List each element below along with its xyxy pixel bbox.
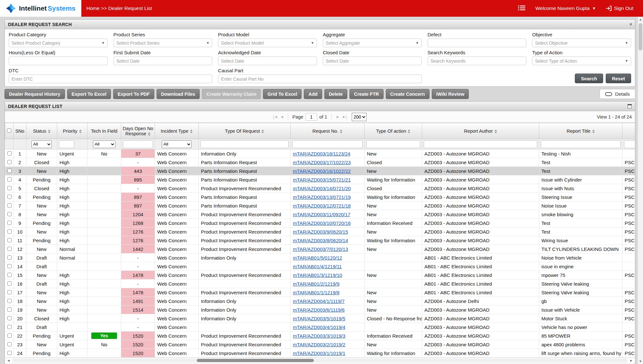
select-all-checkbox[interactable] <box>7 129 11 133</box>
table-row[interactable]: 19NewHigh1514Web ConcernInformation Only… <box>5 306 635 314</box>
col-header-request-no[interactable]: Request No. <box>291 123 365 139</box>
first-page-button[interactable]: |◄ <box>273 114 277 119</box>
logo[interactable]: IntellinetSystems <box>0 0 81 17</box>
table-row[interactable]: 21Draft-Web ConcernmTAR/AZD003/4/1019/4A… <box>5 323 635 332</box>
toolbar-button-export-to-pdf[interactable]: Export To PDF <box>113 89 154 99</box>
row-select-checkbox[interactable] <box>7 273 12 277</box>
row-select-cell[interactable] <box>5 236 14 245</box>
table-row[interactable]: 7NewHigh897Web ConcernParts Information … <box>5 201 635 210</box>
table-row[interactable]: 13DraftNormal-Web ConcernInformation Onl… <box>5 253 635 262</box>
vertical-scrollbar[interactable]: ▲ ▼ <box>638 17 643 364</box>
toolbar-button-grid-to-excel[interactable]: Grid To Excel <box>263 89 302 99</box>
request-no-link[interactable]: mTAR/AZD003/8/0620/14 <box>293 238 348 243</box>
col-header-sno[interactable]: SNo <box>14 123 26 139</box>
incident-filter-select[interactable]: All <box>162 140 192 148</box>
author-filter-input[interactable] <box>424 140 537 148</box>
closed-date-input[interactable] <box>323 57 422 65</box>
request-no-link[interactable]: mTAR/AZD003/7/0120/13 <box>293 246 348 252</box>
row-select-checkbox[interactable] <box>7 160 12 164</box>
scroll-left-icon[interactable]: ◄ <box>7 359 10 362</box>
row-select-checkbox[interactable] <box>7 290 12 294</box>
row-select-cell[interactable] <box>5 149 14 158</box>
request-no-link[interactable]: mTAR/AZD003/1/1019/1 <box>293 351 345 356</box>
request-no-link[interactable]: mTAR/AZD004/1/1119/7 <box>293 298 345 304</box>
horizontal-scrollbar[interactable]: ◄ ► <box>5 358 635 363</box>
row-select-checkbox[interactable] <box>7 325 12 329</box>
row-select-cell[interactable] <box>5 332 14 340</box>
table-row[interactable]: 15NewHigh1478Web ConcernProduct Improvem… <box>5 271 635 280</box>
aggregate-select[interactable]: Select Aggregate▼ <box>323 39 422 47</box>
row-select-checkbox[interactable] <box>7 307 12 312</box>
priority-filter-input[interactable] <box>59 140 74 148</box>
table-row[interactable]: 11PendingHigh1276Web ConcernProduct Impr… <box>5 236 635 245</box>
row-select-cell[interactable] <box>5 297 14 306</box>
request-no-link[interactable]: mTAR/AZD003/4/1019/4 <box>293 324 345 330</box>
row-select-checkbox[interactable] <box>7 333 12 338</box>
row-select-checkbox[interactable] <box>7 177 12 182</box>
row-select-cell[interactable] <box>5 349 14 358</box>
next-page-button[interactable]: ► <box>336 114 340 119</box>
row-select-checkbox[interactable] <box>7 264 12 268</box>
scroll-down-icon[interactable]: ▼ <box>638 359 643 364</box>
table-row[interactable]: 12NewNormal1442Web ConcernProduct Improv… <box>5 245 635 253</box>
row-select-checkbox[interactable] <box>7 351 12 355</box>
row-select-cell[interactable] <box>5 219 14 227</box>
row-select-checkbox[interactable] <box>7 316 12 320</box>
col-header-priority[interactable]: Priority <box>57 123 87 139</box>
row-select-checkbox[interactable] <box>7 195 12 199</box>
row-select-checkbox[interactable] <box>7 203 12 208</box>
table-row[interactable]: 2ClosedHigh-Web ConcernParts Information… <box>5 158 635 167</box>
table-row[interactable]: 16DraftHigh-Web ConcernmTAR/AB01/2/1219/… <box>5 280 635 288</box>
col-header-type-of-request[interactable]: Type Of Request <box>199 123 291 139</box>
search-button[interactable]: Search <box>575 74 603 83</box>
col-header-days-open[interactable]: Days Open No Response <box>121 123 155 139</box>
row-select-cell[interactable] <box>5 158 14 167</box>
table-row[interactable]: 22PendingUrgentYes1520Web ConcernProduct… <box>5 332 635 340</box>
collapse-panel-icon[interactable]: » <box>628 23 633 26</box>
row-select-cell[interactable] <box>5 271 14 280</box>
causal-part-input[interactable] <box>218 75 421 83</box>
request-no-link[interactable]: mTAR/AZD003/18/1123/24 <box>293 151 350 156</box>
table-row[interactable]: 20ClosedHigh-Web ConcernInformation Only… <box>5 314 635 323</box>
row-select-cell[interactable] <box>5 280 14 288</box>
col-header-incident-type[interactable]: Incident Type <box>155 123 199 139</box>
first-submit-date-input[interactable] <box>113 57 213 65</box>
select-all-cell[interactable] <box>5 123 14 139</box>
row-select-cell[interactable] <box>5 288 14 297</box>
scroll-right-icon[interactable]: ► <box>629 359 633 362</box>
extra-filter-input[interactable] <box>624 140 635 148</box>
row-select-checkbox[interactable] <box>7 229 12 234</box>
toolbar-button-add[interactable]: Add <box>304 89 322 99</box>
request-no-filter-input[interactable] <box>292 140 363 148</box>
col-header-extra[interactable] <box>622 123 635 139</box>
col-header-report-author[interactable]: Report Author <box>422 123 539 139</box>
row-select-cell[interactable] <box>5 193 14 201</box>
row-select-checkbox[interactable] <box>7 169 12 173</box>
request-no-link[interactable]: mTAR/AZD003/11/0920/17 <box>293 212 350 217</box>
prev-page-button[interactable]: ◄ <box>280 114 284 119</box>
row-select-cell[interactable] <box>5 306 14 314</box>
product-category-select[interactable]: Select Product Category▼ <box>9 39 108 47</box>
col-header-tech-in-field[interactable]: Tech In Field <box>87 123 121 139</box>
product-series-select[interactable]: Select Product Series▼ <box>113 39 213 47</box>
row-select-cell[interactable] <box>5 175 14 184</box>
toolbar-button-create-ftr[interactable]: Create FTR <box>349 89 383 99</box>
table-row[interactable]: 9PendingHigh1268Web ConcernProduct Impro… <box>5 219 635 227</box>
title-filter-input[interactable] <box>541 140 620 148</box>
request-no-link[interactable]: mTAR/AZD003/10/0720/16 <box>293 220 351 226</box>
row-select-cell[interactable] <box>5 314 14 323</box>
row-select-checkbox[interactable] <box>7 247 12 251</box>
row-select-cell[interactable] <box>5 245 14 253</box>
toolbar-button-download-files[interactable]: Download Files <box>157 89 200 99</box>
table-row[interactable]: 17NewHigh1478Web ConcernProduct Improvem… <box>5 288 635 297</box>
toolbar-button-export-to-excel[interactable]: Export To Excel <box>67 89 111 99</box>
row-select-cell[interactable] <box>5 210 14 219</box>
table-row[interactable]: 10NewHigh1276Web ConcernProduct Improvem… <box>5 227 635 236</box>
table-row[interactable]: 1NewUrgentNo37Web ConcernInformation Onl… <box>5 149 635 158</box>
scroll-up-icon[interactable]: ▲ <box>638 17 643 22</box>
request-no-link[interactable]: mTAR/AZD003/17/1022/23 <box>293 160 351 165</box>
row-select-cell[interactable] <box>5 201 14 210</box>
search-keywords-input[interactable] <box>428 57 527 65</box>
request-no-link[interactable]: mTAR/AZD003/5/1019/5 <box>293 316 345 321</box>
table-row[interactable]: 3NewHigh443Web ConcernParts Information … <box>5 167 635 175</box>
